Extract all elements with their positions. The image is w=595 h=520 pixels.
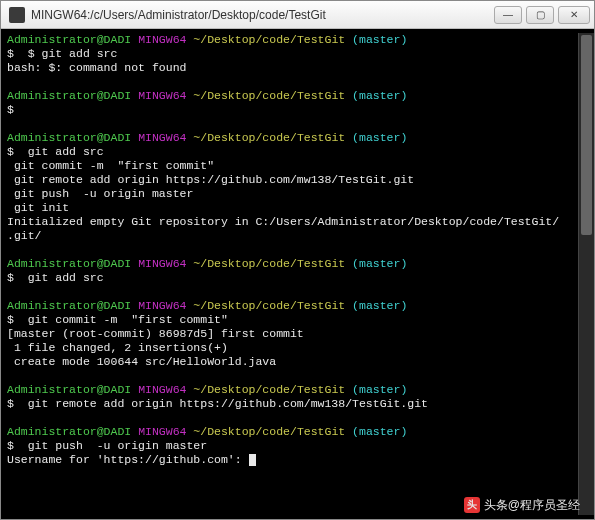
prompt-line: Administrator@DADI MINGW64 ~/Desktop/cod… [7, 131, 578, 145]
app-icon [9, 7, 25, 23]
blank-line [7, 285, 578, 299]
window-controls: — ▢ ✕ [494, 6, 590, 24]
output-line: git commit -m "first commit" [7, 159, 578, 173]
output-line: git remote add origin https://github.com… [7, 173, 578, 187]
blank-line [7, 243, 578, 257]
command-line: $ git remote add origin https://github.c… [7, 397, 578, 411]
blank-line [7, 411, 578, 425]
output-line: git init [7, 201, 578, 215]
output-line: [master (root-commit) 86987d5] first com… [7, 327, 578, 341]
command-line: $ git add src [7, 271, 578, 285]
output-line: git push -u origin master [7, 187, 578, 201]
prompt-line: Administrator@DADI MINGW64 ~/Desktop/cod… [7, 383, 578, 397]
minimize-button[interactable]: — [494, 6, 522, 24]
output-line: 1 file changed, 2 insertions(+) [7, 341, 578, 355]
blank-line [7, 117, 578, 131]
command-line: $ git commit -m "first commit" [7, 313, 578, 327]
cursor [249, 454, 256, 466]
prompt-line: Administrator@DADI MINGW64 ~/Desktop/cod… [7, 33, 578, 47]
scroll-thumb[interactable] [581, 35, 592, 235]
maximize-button[interactable]: ▢ [526, 6, 554, 24]
window-title: MINGW64:/c/Users/Administrator/Desktop/c… [31, 8, 494, 22]
close-button[interactable]: ✕ [558, 6, 590, 24]
command-line: $ [7, 103, 578, 117]
output-line: bash: $: command not found [7, 61, 578, 75]
window-frame: MINGW64:/c/Users/Administrator/Desktop/c… [0, 0, 595, 520]
blank-line [7, 75, 578, 89]
prompt-line: Administrator@DADI MINGW64 ~/Desktop/cod… [7, 425, 578, 439]
terminal[interactable]: Administrator@DADI MINGW64 ~/Desktop/cod… [1, 29, 594, 519]
output-line: Initialized empty Git repository in C:/U… [7, 215, 578, 229]
prompt-line: Administrator@DADI MINGW64 ~/Desktop/cod… [7, 299, 578, 313]
output-line: Username for 'https://github.com': [7, 453, 578, 467]
output-line: create mode 100644 src/HelloWorld.java [7, 355, 578, 369]
command-line: $ git push -u origin master [7, 439, 578, 453]
watermark: 头 头条@程序员圣经 [464, 497, 580, 513]
output-line: .git/ [7, 229, 578, 243]
scrollbar[interactable] [578, 33, 594, 515]
command-line: $ $ git add src [7, 47, 578, 61]
prompt-line: Administrator@DADI MINGW64 ~/Desktop/cod… [7, 89, 578, 103]
blank-line [7, 369, 578, 383]
titlebar[interactable]: MINGW64:/c/Users/Administrator/Desktop/c… [1, 1, 594, 29]
prompt-line: Administrator@DADI MINGW64 ~/Desktop/cod… [7, 257, 578, 271]
watermark-logo-icon: 头 [464, 497, 480, 513]
watermark-text: 头条@程序员圣经 [484, 498, 580, 512]
command-line: $ git add src [7, 145, 578, 159]
